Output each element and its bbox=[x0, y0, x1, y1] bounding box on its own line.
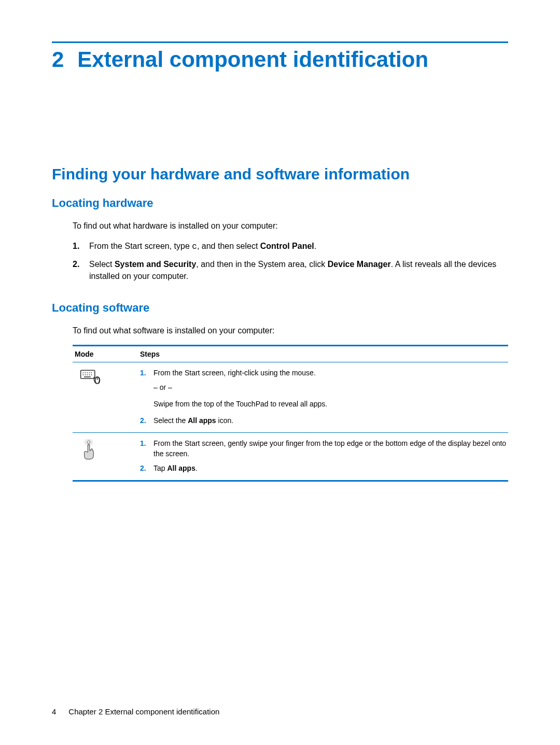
hardware-steps-list: 1. From the Start screen, type c, and th… bbox=[73, 240, 508, 283]
software-intro: To find out what software is installed o… bbox=[73, 326, 508, 335]
table-step: 2. Tap All apps. bbox=[140, 463, 508, 473]
footer-text: Chapter 2 External component identificat… bbox=[68, 707, 219, 716]
table-step: 2. Select the All apps icon. bbox=[140, 415, 508, 426]
touch-icon bbox=[73, 438, 140, 474]
chapter-title: 2 External component identification bbox=[52, 47, 508, 72]
chapter-rule bbox=[52, 41, 508, 43]
page-number: 4 bbox=[52, 707, 56, 716]
table-step: 1. From the Start screen, right-click us… bbox=[140, 368, 508, 378]
header-mode: Mode bbox=[73, 350, 140, 358]
steps-cell: 1. From the Start screen, right-click us… bbox=[140, 368, 508, 426]
subsection-heading-hardware: Locating hardware bbox=[52, 196, 508, 210]
software-mode-table: Mode Steps bbox=[73, 345, 508, 482]
code-text: c bbox=[192, 242, 197, 251]
table-step: 1. From the Start screen, gently swipe y… bbox=[140, 438, 508, 459]
keyboard-mouse-icon bbox=[73, 368, 140, 426]
document-page: 2 External component identification Find… bbox=[0, 0, 560, 745]
page-footer: 4 Chapter 2 External component identific… bbox=[52, 707, 219, 716]
step-text: From the Start screen, right-click using… bbox=[153, 368, 508, 378]
step-alt-text: Swipe from the top of the TouchPad to re… bbox=[153, 399, 508, 409]
table-row: 1. From the Start screen, right-click us… bbox=[73, 362, 508, 432]
bold-label: All apps bbox=[167, 464, 195, 472]
svg-point-15 bbox=[86, 440, 91, 445]
table-row: 1. From the Start screen, gently swipe y… bbox=[73, 432, 508, 480]
or-separator: – or – bbox=[153, 382, 508, 392]
step-number: 2. bbox=[140, 415, 153, 426]
step-number: 1. bbox=[73, 240, 89, 253]
step-number: 1. bbox=[140, 438, 153, 459]
step-text: From the Start screen, type c, and then … bbox=[89, 240, 508, 253]
step-text: From the Start screen, gently swipe your… bbox=[153, 438, 508, 459]
hw-step-1: 1. From the Start screen, type c, and th… bbox=[73, 240, 508, 253]
hardware-intro: To find out what hardware is installed o… bbox=[73, 221, 508, 231]
chapter-number: 2 bbox=[52, 47, 64, 72]
bold-label: All apps bbox=[188, 416, 216, 425]
step-text: Select System and Security, and then in … bbox=[89, 258, 508, 282]
step-number: 2. bbox=[73, 258, 89, 282]
step-number: 2. bbox=[140, 463, 153, 473]
table-header-row: Mode Steps bbox=[73, 346, 508, 362]
bold-label: Control Panel bbox=[260, 242, 314, 250]
bold-label: System and Security bbox=[115, 260, 196, 269]
header-steps: Steps bbox=[140, 350, 508, 358]
step-text: Tap All apps. bbox=[153, 463, 508, 473]
subsection-heading-software: Locating software bbox=[52, 301, 508, 315]
step-number: 1. bbox=[140, 368, 153, 378]
steps-cell: 1. From the Start screen, gently swipe y… bbox=[140, 438, 508, 474]
chapter-title-text: External component identification bbox=[77, 47, 428, 72]
svg-point-14 bbox=[87, 441, 90, 443]
bold-label: Device Manager bbox=[328, 260, 391, 269]
step-text: Select the All apps icon. bbox=[153, 415, 508, 426]
hw-step-2: 2. Select System and Security, and then … bbox=[73, 258, 508, 282]
section-heading: Finding your hardware and software infor… bbox=[52, 165, 508, 183]
